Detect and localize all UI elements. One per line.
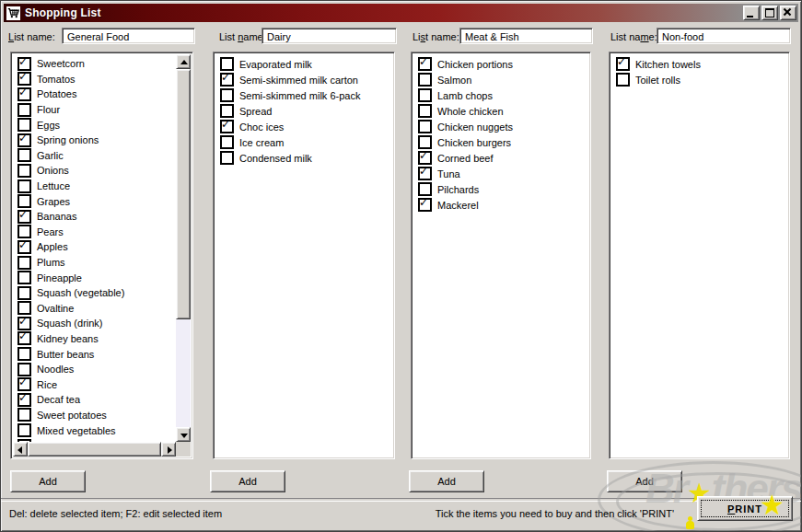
checkbox-checked-icon[interactable]: [17, 393, 31, 407]
list-item[interactable]: Salmon: [413, 72, 588, 87]
add-button-non-food[interactable]: Add: [607, 470, 682, 492]
scroll-up-button[interactable]: [176, 54, 191, 69]
list-name-input-4[interactable]: [657, 28, 791, 44]
list-item[interactable]: Semi-skimmed milk 6-pack: [215, 87, 392, 103]
list-item[interactable]: Kitchen towels: [611, 56, 787, 72]
list-item[interactable]: Sweet potatoes: [13, 408, 176, 423]
checkbox-unchecked-icon[interactable]: [17, 271, 31, 284]
listbox-non-food[interactable]: Kitchen towelsToilet rolls: [609, 52, 790, 459]
checkbox-checked-icon[interactable]: [17, 377, 31, 391]
checkbox-unchecked-icon[interactable]: [418, 88, 432, 102]
checkbox-checked-icon[interactable]: [17, 331, 31, 345]
checkbox-unchecked-icon[interactable]: [17, 347, 31, 361]
list-item[interactable]: Grapes: [13, 193, 176, 209]
list-item[interactable]: Bananas: [13, 209, 176, 225]
list-item[interactable]: Potatoes: [13, 87, 176, 102]
list-item[interactable]: Ice cream: [215, 134, 392, 150]
checkbox-unchecked-icon[interactable]: [418, 182, 432, 196]
list-item[interactable]: Eggs: [13, 117, 176, 133]
checkbox-checked-icon[interactable]: [17, 87, 31, 101]
list-item[interactable]: Garlic: [13, 148, 176, 164]
checkbox-checked-icon[interactable]: [418, 167, 432, 180]
checkbox-checked-icon[interactable]: [17, 240, 31, 254]
list-item[interactable]: Flour: [13, 102, 176, 118]
checkbox-checked-icon[interactable]: [17, 133, 31, 147]
checkbox-unchecked-icon[interactable]: [418, 104, 432, 118]
list-item[interactable]: Noodles: [13, 362, 176, 377]
checkbox-checked-icon[interactable]: [616, 57, 630, 71]
list-item[interactable]: Chicken burgers: [413, 134, 588, 150]
list-item[interactable]: Onions: [13, 163, 176, 179]
scroll-left-button[interactable]: [13, 442, 28, 457]
checkbox-unchecked-icon[interactable]: [418, 73, 432, 87]
checkbox-checked-icon[interactable]: [418, 57, 432, 71]
checkbox-checked-icon[interactable]: [220, 120, 234, 133]
checkbox-unchecked-icon[interactable]: [220, 57, 234, 71]
checkbox-unchecked-icon[interactable]: [17, 225, 31, 238]
checkbox-checked-icon[interactable]: [418, 151, 432, 165]
list-item[interactable]: Spread: [215, 103, 392, 119]
checkbox-unchecked-icon[interactable]: [418, 120, 432, 133]
checkbox-unchecked-icon[interactable]: [17, 194, 31, 208]
minimize-button[interactable]: [743, 6, 760, 20]
checkbox-unchecked-icon[interactable]: [17, 164, 31, 178]
close-button[interactable]: [780, 6, 796, 20]
list-item[interactable]: Chicken portions: [413, 56, 588, 72]
add-button-general-food[interactable]: Add: [10, 470, 86, 492]
list-item[interactable]: Mixed vegetables: [13, 422, 176, 438]
checkbox-unchecked-icon[interactable]: [220, 88, 234, 102]
listbox-general-food[interactable]: SweetcornTomatosPotatoesFlourEggsSpring …: [10, 52, 193, 459]
checkbox-unchecked-icon[interactable]: [616, 73, 630, 87]
list-item[interactable]: Pears: [13, 225, 176, 240]
list-item[interactable]: Chicken nuggets: [413, 119, 588, 134]
list-name-input-3[interactable]: [459, 28, 593, 44]
list-item[interactable]: Tuna: [413, 166, 588, 181]
list-item[interactable]: Evaporated milk: [215, 56, 392, 72]
add-button-dairy[interactable]: Add: [210, 470, 285, 492]
list-item[interactable]: Decaf tea: [13, 392, 176, 408]
list-item[interactable]: Squash (vegetable): [13, 285, 176, 301]
list-item[interactable]: Butter beans: [13, 346, 176, 362]
checkbox-checked-icon[interactable]: [17, 210, 31, 224]
checkbox-unchecked-icon[interactable]: [17, 363, 31, 376]
checkbox-unchecked-icon[interactable]: [17, 286, 31, 300]
scroll-right-button[interactable]: [161, 442, 176, 457]
list-item[interactable]: Semi-skimmed milk carton: [215, 72, 392, 87]
list-item[interactable]: Lamb chops: [413, 87, 588, 103]
checkbox-unchecked-icon[interactable]: [17, 148, 31, 162]
list-item[interactable]: Mackerel: [413, 197, 588, 213]
list-name-input-1[interactable]: [62, 28, 195, 44]
list-item[interactable]: Spring onions: [13, 133, 176, 148]
print-button[interactable]: PRINT: [697, 496, 793, 521]
listbox-meat-fish[interactable]: Chicken portionsSalmonLamb chopsWhole ch…: [411, 52, 591, 459]
list-item[interactable]: Lettuce: [13, 179, 176, 194]
list-item[interactable]: Apples: [13, 239, 176, 255]
list-item[interactable]: Pilchards: [413, 181, 588, 197]
list-item[interactable]: Tomatos: [13, 72, 176, 87]
list-item[interactable]: Toilet rolls: [611, 72, 787, 87]
checkbox-unchecked-icon[interactable]: [17, 256, 31, 270]
list-item[interactable]: Condensed milk: [215, 150, 392, 166]
scroll-down-button[interactable]: [176, 427, 191, 442]
checkbox-unchecked-icon[interactable]: [17, 408, 31, 422]
list-name-input-2[interactable]: [262, 28, 397, 44]
title-bar[interactable]: Shopping List: [4, 4, 798, 22]
checkbox-unchecked-icon[interactable]: [220, 135, 234, 149]
checkbox-unchecked-icon[interactable]: [220, 151, 234, 165]
checkbox-unchecked-icon[interactable]: [17, 118, 31, 132]
checkbox-checked-icon[interactable]: [220, 73, 234, 87]
checkbox-unchecked-icon[interactable]: [17, 423, 31, 437]
list-item[interactable]: Whole chicken: [413, 103, 588, 119]
checkbox-checked-icon[interactable]: [17, 57, 31, 71]
checkbox-unchecked-icon[interactable]: [17, 179, 31, 193]
list-item[interactable]: Corned beef: [413, 150, 588, 166]
checkbox-unchecked-icon[interactable]: [17, 301, 31, 315]
list-item[interactable]: Squash (drink): [13, 316, 176, 331]
checkbox-checked-icon[interactable]: [17, 72, 31, 86]
maximize-button[interactable]: [761, 6, 778, 20]
list-item[interactable]: Pineapple: [13, 270, 176, 285]
vertical-scrollbar[interactable]: [176, 54, 191, 442]
vertical-scroll-thumb[interactable]: [176, 69, 191, 319]
list-item[interactable]: Choc ices: [215, 119, 392, 134]
checkbox-unchecked-icon[interactable]: [17, 103, 31, 117]
